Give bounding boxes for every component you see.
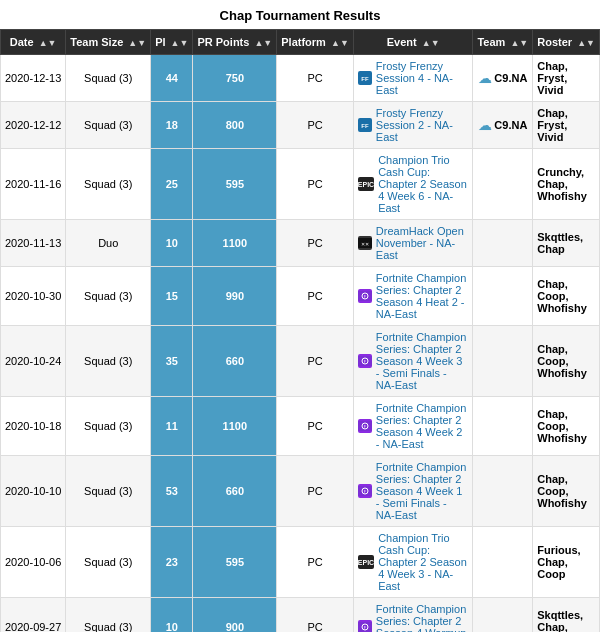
col-date[interactable]: Date ▲▼ [1,30,66,55]
cell-date: 2020-11-13 [1,220,66,267]
cell-pl: 25 [151,149,193,220]
cell-pl: 15 [151,267,193,326]
cell-pr-points: 900 [193,598,277,633]
cloud-icon: ☁ [478,70,492,86]
table-row: 2020-12-13 Squad (3) 44 750 PC FF Frosty… [1,55,600,102]
cell-date: 2020-10-10 [1,456,66,527]
cell-event: F Fortnite Champion Series: Chapter 2 Se… [353,267,473,326]
cell-roster: Chap,Coop,Whofishy [533,326,600,397]
sort-icon-pr-points: ▲▼ [254,38,272,48]
cell-date: 2020-09-27 [1,598,66,633]
event-text: Champion Trio Cash Cup: Chapter 2 Season… [378,532,468,592]
cell-platform: PC [277,102,354,149]
cell-pr-points: 1100 [193,220,277,267]
col-team[interactable]: Team ▲▼ [473,30,533,55]
epic-icon: EPIC [358,555,374,569]
fncs-icon: F [358,484,372,498]
table-row: 2020-09-27 Squad (3) 10 900 PC F Fortnit… [1,598,600,633]
cell-platform: PC [277,220,354,267]
cell-team-size: Squad (3) [66,598,151,633]
col-pl[interactable]: Pl ▲▼ [151,30,193,55]
cell-event: EPIC Champion Trio Cash Cup: Chapter 2 S… [353,527,473,598]
cell-date: 2020-10-24 [1,326,66,397]
col-roster[interactable]: Roster ▲▼ [533,30,600,55]
cell-team [473,267,533,326]
cell-team-size: Squad (3) [66,326,151,397]
col-platform[interactable]: Platform ▲▼ [277,30,354,55]
cell-platform: PC [277,55,354,102]
col-event[interactable]: Event ▲▼ [353,30,473,55]
sort-icon-date: ▲▼ [39,38,57,48]
cell-pr-points: 595 [193,149,277,220]
event-text: Frosty Frenzy Session 4 - NA-East [376,60,469,96]
sort-icon-roster: ▲▼ [577,38,595,48]
cell-pl: 23 [151,527,193,598]
cell-team-size: Squad (3) [66,267,151,326]
team-name: C9.NA [494,72,527,84]
cell-date: 2020-10-18 [1,397,66,456]
table-row: 2020-12-12 Squad (3) 18 800 PC FF Frosty… [1,102,600,149]
cell-team [473,527,533,598]
results-table: Date ▲▼ Team Size ▲▼ Pl ▲▼ PR Points ▲▼ … [0,29,600,632]
cell-team-size: Squad (3) [66,456,151,527]
cell-date: 2020-12-12 [1,102,66,149]
fncs-icon: F [358,289,372,303]
event-text: Fortnite Champion Series: Chapter 2 Seas… [376,331,469,391]
sort-icon-pl: ▲▼ [171,38,189,48]
cell-platform: PC [277,267,354,326]
team-logo: ☁ C9.NA [478,70,527,86]
cell-pr-points: 1100 [193,397,277,456]
team-logo: ☁ C9.NA [478,117,527,133]
event-text: Fortnite Champion Series: Chapter 2 Seas… [376,461,469,521]
cell-event: F Fortnite Champion Series: Chapter 2 Se… [353,456,473,527]
frosty-icon: FF [358,71,372,85]
cell-pr-points: 800 [193,102,277,149]
table-row: 2020-10-30 Squad (3) 15 990 PC F Fortnit… [1,267,600,326]
cell-team-size: Squad (3) [66,102,151,149]
cell-roster: Chap,Coop,Whofishy [533,456,600,527]
cell-date: 2020-11-16 [1,149,66,220]
cell-team: ☁ C9.NA [473,55,533,102]
dh-icon: ✕✕ [358,236,372,250]
fncs-icon: F [358,620,372,632]
fncs-icon: F [358,419,372,433]
cell-pl: 11 [151,397,193,456]
cell-pl: 10 [151,598,193,633]
col-pr-points[interactable]: PR Points ▲▼ [193,30,277,55]
cell-platform: PC [277,149,354,220]
cell-platform: PC [277,397,354,456]
cell-roster: Chap,Fryst,Vivid [533,55,600,102]
cell-roster: Chap,Fryst,Vivid [533,102,600,149]
table-row: 2020-11-16 Squad (3) 25 595 PC EPIC Cham… [1,149,600,220]
page-title: Chap Tournament Results [0,0,600,29]
event-text: Frosty Frenzy Session 2 - NA-East [376,107,469,143]
cell-pl: 53 [151,456,193,527]
table-row: 2020-10-06 Squad (3) 23 595 PC EPIC Cham… [1,527,600,598]
cell-pl: 44 [151,55,193,102]
cell-pl: 35 [151,326,193,397]
cell-team [473,456,533,527]
cell-platform: PC [277,598,354,633]
cell-roster: Furious,Chap,Coop [533,527,600,598]
epic-icon: EPIC [358,177,374,191]
cell-event: F Fortnite Champion Series: Chapter 2 Se… [353,397,473,456]
table-header-row: Date ▲▼ Team Size ▲▼ Pl ▲▼ PR Points ▲▼ … [1,30,600,55]
svg-text:FF: FF [361,76,369,82]
cell-event: FF Frosty Frenzy Session 2 - NA-East [353,102,473,149]
cell-team-size: Squad (3) [66,149,151,220]
frosty-icon: FF [358,118,372,132]
cell-team [473,397,533,456]
cell-pr-points: 990 [193,267,277,326]
table-row: 2020-10-24 Squad (3) 35 660 PC F Fortnit… [1,326,600,397]
table-row: 2020-10-10 Squad (3) 53 660 PC F Fortnit… [1,456,600,527]
table-row: 2020-10-18 Squad (3) 11 1100 PC F Fortni… [1,397,600,456]
cell-team-size: Squad (3) [66,527,151,598]
cell-pl: 18 [151,102,193,149]
cell-event: FF Frosty Frenzy Session 4 - NA-East [353,55,473,102]
col-team-size[interactable]: Team Size ▲▼ [66,30,151,55]
sort-icon-team-size: ▲▼ [128,38,146,48]
svg-text:✕✕: ✕✕ [361,241,369,247]
cell-pr-points: 660 [193,326,277,397]
cell-roster: Chap,Coop,Whofishy [533,267,600,326]
cell-team-size: Squad (3) [66,55,151,102]
